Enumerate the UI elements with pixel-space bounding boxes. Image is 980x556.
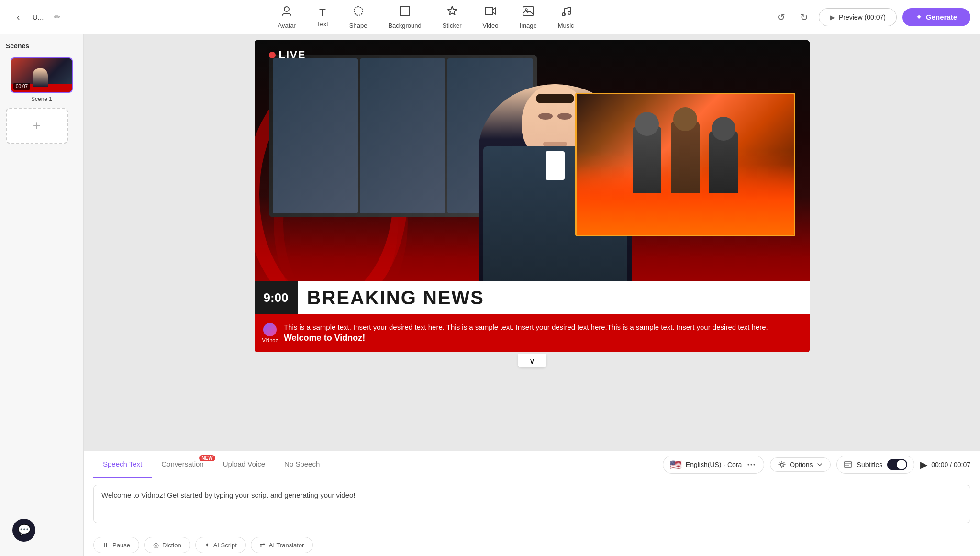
tool-shape-label: Shape [349,22,368,29]
scene-thumbnail-1[interactable]: 00:07 [11,57,73,93]
tool-music-label: Music [558,22,574,29]
generate-button[interactable]: ✦ Generate [902,8,970,26]
music-icon [560,5,572,20]
tool-sticker-label: Sticker [443,22,462,29]
toggle-knob [897,460,906,469]
chevron-down-icon: ∨ [529,356,535,366]
avatar-icon [280,5,293,20]
tool-text[interactable]: T Text [307,2,338,32]
svg-rect-4 [485,7,493,15]
redo-button[interactable]: ↻ [796,9,813,26]
svg-rect-13 [844,462,852,467]
svg-point-0 [284,7,289,11]
tool-avatar-label: Avatar [278,22,296,29]
center-column: LIVE [84,34,980,556]
toolbar-left: ‹ U... ✏ [10,9,65,26]
tool-music[interactable]: Music [548,1,584,33]
back-button[interactable]: ‹ [10,9,27,26]
preview-button[interactable]: ▶ Preview (00:07) [819,8,897,26]
subtitles-control: Subtitles [836,456,915,474]
pause-icon: ⏸ [102,541,109,549]
tool-sticker[interactable]: Sticker [433,1,471,33]
background-icon [399,5,411,20]
tab-speech-text[interactable]: Speech Text [93,451,152,478]
collapse-panel-button[interactable]: ∨ [518,354,546,367]
tool-background-label: Background [388,22,421,29]
bottom-action-buttons: ⏸ Pause ◎ Diction ✦ AI Script ⇄ AI Trans… [84,532,980,556]
options-button[interactable]: Options [770,457,830,472]
main-area: Scenes 00:07 Scene 1 + [0,34,980,556]
scenes-title: Scenes [6,42,78,50]
chat-icon: 💬 [18,524,31,536]
live-text: LIVE [279,49,306,61]
tool-video-label: Video [483,22,499,29]
tabs-right-controls: 🇺🇸 English(US) - Cora Options [663,456,970,474]
diction-button[interactable]: ◎ Diction [144,537,190,553]
svg-point-8 [568,11,571,14]
tab-no-speech-label: No Speech [284,460,320,468]
vidnoz-logo-area: Vidnoz [262,323,278,343]
tool-background[interactable]: Background [379,1,431,33]
edit-project-name-button[interactable]: ✏ [49,10,65,25]
svg-point-11 [754,464,755,465]
ticker-welcome-text: Welcome to Vidnoz! [284,333,365,343]
bottom-panel: Speech Text Conversation NEW Upload Voic… [84,451,980,556]
video-canvas[interactable]: LIVE [255,40,810,352]
language-selector[interactable]: 🇺🇸 English(US) - Cora [663,456,764,474]
ai-translator-label: AI Translator [269,542,304,549]
generate-icon: ✦ [916,13,922,22]
tool-avatar[interactable]: Avatar [268,1,305,33]
breaking-news-time: 9:00 [263,290,288,305]
undo-button[interactable]: ↺ [773,9,790,26]
subtitles-toggle[interactable] [887,459,907,470]
tool-video[interactable]: Video [473,1,508,33]
language-more-button[interactable] [746,459,757,470]
canvas-area: LIVE [84,34,980,451]
main-toolbar: ‹ U... ✏ Avatar T Text Shape Background [0,0,980,34]
bottom-tabs-row: Speech Text Conversation NEW Upload Voic… [84,451,980,478]
ai-script-button[interactable]: ✦ AI Script [195,537,246,553]
ticker-text: This is a sample text. Insert your desir… [284,322,802,344]
time-block: 9:00 [255,281,298,314]
pause-button[interactable]: ⏸ Pause [93,537,139,553]
tab-speech-text-label: Speech Text [103,460,142,468]
live-badge: LIVE [269,49,306,61]
pause-label: Pause [112,542,130,549]
play-counter-button[interactable]: ▶ [920,459,927,470]
language-label: English(US) - Cora [686,461,742,468]
subtitles-icon [844,461,852,468]
tool-image-label: Image [520,22,537,29]
ticker-sample-text: This is a sample text. Insert your desir… [284,323,768,331]
svg-point-7 [562,13,565,16]
breaking-news-title: BREAKING NEWS [307,287,484,309]
chat-bubble-button[interactable]: 💬 [12,519,35,542]
tab-upload-voice[interactable]: Upload Voice [213,451,275,478]
svg-point-12 [780,463,783,466]
inset-image-inner [577,94,794,235]
sticker-icon [446,5,458,20]
breaking-news-bar: 9:00 BREAKING NEWS [255,281,810,314]
tab-conversation[interactable]: Conversation NEW [152,451,213,478]
add-scene-icon: + [33,118,41,133]
ai-translator-button[interactable]: ⇄ AI Translator [251,537,313,553]
svg-point-9 [748,464,749,465]
tab-no-speech[interactable]: No Speech [275,451,329,478]
svg-rect-5 [523,7,534,15]
svg-point-1 [354,7,363,15]
ai-translator-icon: ⇄ [260,541,266,549]
tool-shape[interactable]: Shape [340,1,377,33]
scenes-sidebar: Scenes 00:07 Scene 1 + [0,34,84,556]
tool-image[interactable]: Image [510,1,546,33]
shape-icon [352,5,365,20]
script-textarea[interactable] [93,485,970,523]
options-label: Options [790,461,813,468]
scene-item-1[interactable]: 00:07 Scene 1 [6,57,78,102]
conversation-new-badge: NEW [199,455,215,461]
ticker-bar: Vidnoz This is a sample text. Insert you… [255,314,810,352]
time-display: 00:00 / 00:07 [931,461,970,468]
script-area [84,478,980,532]
add-scene-button[interactable]: + [6,108,68,144]
tab-conversation-label: Conversation [161,460,203,468]
project-name: U... [33,13,44,21]
video-icon [484,5,497,20]
